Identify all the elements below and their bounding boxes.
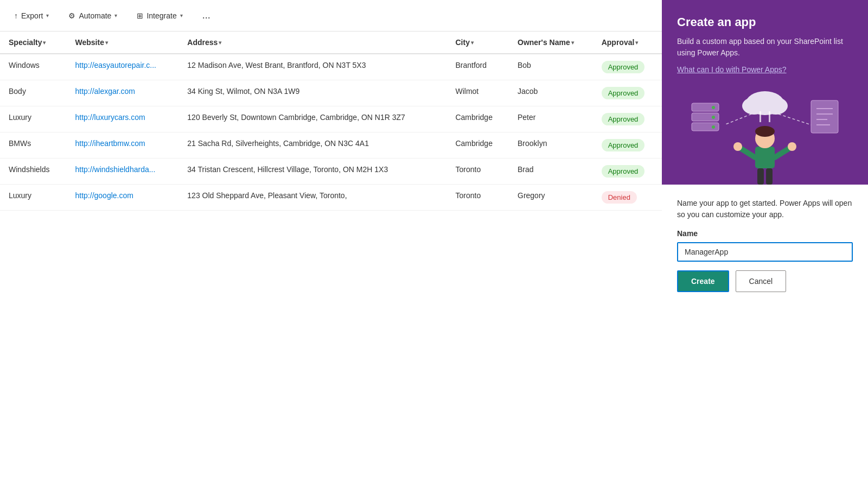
cell-owners-name-4: Brad — [509, 159, 593, 185]
address-sort-button[interactable]: Address ▾ — [187, 38, 221, 47]
col-header-approval[interactable]: Approval ▾ — [593, 31, 662, 54]
table-header-row: Specialty ▾ Website ▾ Address ▾ — [0, 31, 662, 54]
panel-title: Create an app — [677, 15, 853, 29]
more-options-label: ... — [202, 10, 210, 21]
col-header-owners-name[interactable]: Owner's Name ▾ — [509, 31, 593, 54]
approval-col-label: Approval — [602, 38, 635, 47]
cell-owners-name-3: Brooklyn — [509, 132, 593, 159]
cell-website-4[interactable]: http://windshieldharda... — [67, 159, 179, 185]
approval-badge-4: Approved — [602, 165, 645, 178]
website-link-1[interactable]: http://alexgar.com — [75, 87, 136, 96]
cell-city-4: Toronto — [446, 159, 509, 185]
cell-address-3: 21 Sacha Rd, Silverheights, Cambridge, O… — [178, 132, 446, 159]
panel-bottom: Name your app to get started. Power Apps… — [662, 185, 868, 487]
svg-point-5 — [712, 116, 715, 119]
cell-specialty-5: Luxury — [0, 185, 67, 211]
create-button[interactable]: Create — [677, 270, 729, 292]
col-header-specialty[interactable]: Specialty ▾ — [0, 31, 67, 54]
table-row: Windows http://easyautorepair.c... 12 Ma… — [0, 54, 662, 80]
toolbar: ↑ Export ▾ ⚙ Automate ▾ ⊞ Integrate ▾ ..… — [0, 0, 662, 31]
cell-specialty-2: Luxury — [0, 106, 67, 132]
cell-city-0: Brantford — [446, 54, 509, 80]
app-name-input[interactable] — [677, 242, 853, 262]
export-label: Export — [21, 11, 43, 20]
cell-address-5: 123 Old Sheppard Ave, Pleasant View, Tor… — [178, 185, 446, 211]
integrate-button[interactable]: ⊞ Integrate ▾ — [131, 8, 188, 23]
table-container: Specialty ▾ Website ▾ Address ▾ — [0, 31, 662, 487]
cell-website-1[interactable]: http://alexgar.com — [67, 80, 179, 106]
website-link-5[interactable]: http://google.com — [75, 191, 133, 200]
cell-approval-5: Denied — [593, 185, 662, 211]
table-row: Body http://alexgar.com 34 King St, Wilm… — [0, 80, 662, 106]
website-link-0[interactable]: http://easyautorepair.c... — [75, 61, 156, 69]
approval-badge-0: Approved — [602, 61, 645, 73]
cell-approval-1: Approved — [593, 80, 662, 106]
cell-address-1: 34 King St, Wilmot, ON N3A 1W9 — [178, 80, 446, 106]
cell-website-2[interactable]: http://luxurycars.com — [67, 106, 179, 132]
col-header-city[interactable]: City ▾ — [446, 31, 509, 54]
name-field-label: Name — [677, 229, 853, 238]
col-header-address[interactable]: Address ▾ — [178, 31, 446, 54]
approval-badge-1: Approved — [602, 87, 645, 99]
side-panel: Create an app Build a custom app based o… — [662, 0, 868, 487]
approval-sort-icon: ▾ — [635, 40, 638, 46]
cell-specialty-4: Windshields — [0, 159, 67, 185]
website-col-label: Website — [75, 38, 104, 47]
cell-address-4: 34 Tristan Crescent, Hillcrest Village, … — [178, 159, 446, 185]
website-link-2[interactable]: http://luxurycars.com — [75, 113, 145, 122]
cell-approval-2: Approved — [593, 106, 662, 132]
cell-website-0[interactable]: http://easyautorepair.c... — [67, 54, 179, 80]
cell-website-5[interactable]: http://google.com — [67, 185, 179, 211]
panel-bottom-description: Name your app to get started. Power Apps… — [677, 198, 853, 220]
cell-address-2: 120 Beverly St, Downtown Cambridge, Camb… — [178, 106, 446, 132]
cell-owners-name-5: Gregory — [509, 185, 593, 211]
panel-illustration — [662, 87, 868, 185]
cell-city-5: Toronto — [446, 185, 509, 211]
cell-approval-4: Approved — [593, 159, 662, 185]
city-sort-button[interactable]: City ▾ — [455, 38, 473, 47]
cell-owners-name-1: Jacob — [509, 80, 593, 106]
cell-city-3: Cambridge — [446, 132, 509, 159]
main-content: ↑ Export ▾ ⚙ Automate ▾ ⊞ Integrate ▾ ..… — [0, 0, 662, 487]
svg-rect-26 — [757, 168, 764, 185]
integrate-label: Integrate — [146, 11, 176, 20]
table-row: BMWs http://iheartbmw.com 21 Sacha Rd, S… — [0, 132, 662, 159]
website-link-3[interactable]: http://iheartbmw.com — [75, 139, 145, 148]
cell-website-3[interactable]: http://iheartbmw.com — [67, 132, 179, 159]
website-sort-icon: ▾ — [105, 40, 108, 46]
website-link-4[interactable]: http://windshieldharda... — [75, 165, 156, 174]
cell-city-2: Cambridge — [446, 106, 509, 132]
approval-badge-5: Denied — [602, 191, 637, 204]
website-sort-button[interactable]: Website ▾ — [75, 38, 108, 47]
panel-link[interactable]: What can I do with Power Apps? — [677, 65, 787, 74]
more-options-button[interactable]: ... — [197, 7, 216, 24]
col-header-website[interactable]: Website ▾ — [67, 31, 179, 54]
svg-point-13 — [742, 97, 766, 115]
svg-rect-16 — [769, 111, 770, 122]
automate-button[interactable]: ⚙ Automate ▾ — [63, 8, 123, 23]
specialty-sort-button[interactable]: Specialty ▾ — [9, 38, 46, 47]
integrate-icon: ⊞ — [137, 11, 143, 20]
cell-approval-0: Approved — [593, 54, 662, 80]
city-col-label: City — [455, 38, 469, 47]
cell-specialty-3: BMWs — [0, 132, 67, 159]
approval-sort-button[interactable]: Approval ▾ — [602, 38, 639, 47]
panel-header: Create an app Build a custom app based o… — [662, 0, 868, 87]
panel-buttons: Create Cancel — [677, 270, 853, 292]
svg-rect-19 — [755, 147, 775, 168]
name-field-group: Name — [677, 229, 853, 262]
cell-address-0: 12 Madison Ave, West Brant, Brantford, O… — [178, 54, 446, 80]
table-row: Windshields http://windshieldharda... 34… — [0, 159, 662, 185]
approval-badge-2: Approved — [602, 113, 645, 125]
svg-rect-15 — [760, 111, 761, 122]
approval-badge-3: Approved — [602, 139, 645, 151]
owners-name-sort-button[interactable]: Owner's Name ▾ — [518, 38, 574, 47]
city-sort-icon: ▾ — [471, 40, 474, 46]
cell-specialty-0: Windows — [0, 54, 67, 80]
data-table: Specialty ▾ Website ▾ Address ▾ — [0, 31, 662, 211]
illustration-svg — [662, 87, 868, 185]
export-button[interactable]: ↑ Export ▾ — [9, 8, 54, 23]
cancel-button[interactable]: Cancel — [736, 270, 787, 292]
owners-name-sort-icon: ▾ — [571, 40, 574, 46]
svg-point-24 — [733, 142, 742, 151]
